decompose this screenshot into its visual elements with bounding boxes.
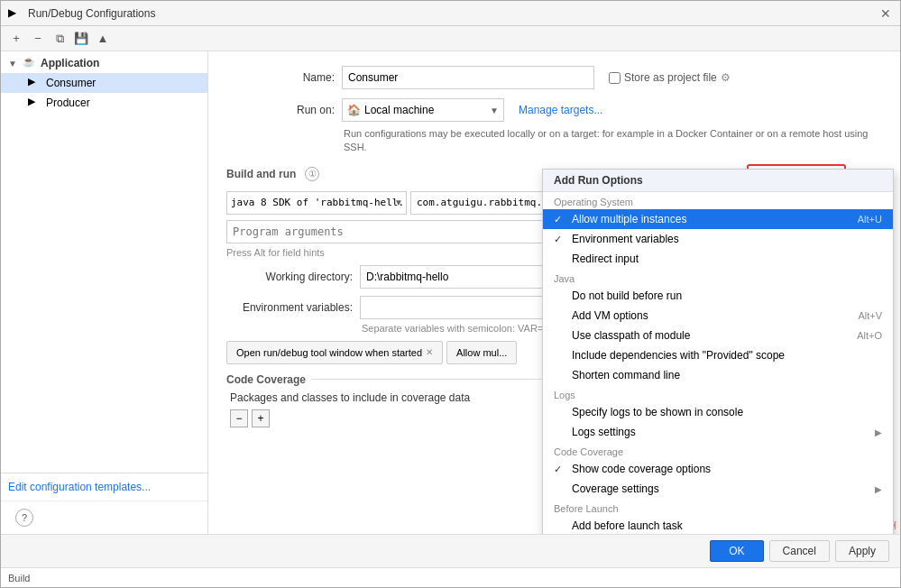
build-run-left: Build and run ① [226,167,319,181]
classpath-label: Use classpath of module [572,329,690,342]
bottom-buttons: OK Cancel Apply [710,540,889,562]
name-input[interactable] [342,66,594,89]
sdk-select-wrapper: java 8 SDK of 'rabbitmq-hell... ▼ [226,191,407,215]
check-icon-showcov: ✓ [554,464,568,475]
dropdown-section-before-launch: Before Launch [543,499,893,516]
dropdown-item-left-specify: Specify logs to be shown in console [554,406,743,418]
status-bar: Build [1,567,900,587]
include-deps-label: Include dependencies with "Provided" sco… [572,349,785,362]
dropdown-item-before-launch-task[interactable]: Add before launch task [543,516,893,534]
sidebar-section-application: ▼ ☕ Application ▶ Consumer ▶ Producer [1,51,207,115]
env-vars-dropdown-label: Environment variables [572,233,679,245]
ok-button[interactable]: OK [710,540,763,562]
show-coverage-label: Show code coverage options [572,463,711,475]
dropdown-item-add-vm[interactable]: Add VM options Alt+V [543,306,893,326]
dropdown-item-left-deps: Include dependencies with "Provided" sco… [554,349,785,362]
classpath-shortcut: Alt+O [857,330,882,341]
save-config-button[interactable]: 💾 [71,29,91,49]
hint-text: Run configurations may be executed local… [344,127,882,155]
add-vm-label: Add VM options [572,309,648,322]
store-label: Store as project file [624,71,717,84]
window-title: Run/Debug Configurations [28,7,155,20]
toolbar: + − ⧉ 💾 ▲ [1,26,900,51]
sidebar-item-application[interactable]: ▼ ☕ Application [1,53,207,73]
dropdown-item-allow-multiple[interactable]: ✓ Allow multiple instances Alt+U [543,209,893,229]
specify-logs-label: Specify logs to be shown in console [572,406,743,418]
circle-1-badge: ① [305,167,319,181]
title-bar-left: ▶ Run/Debug Configurations [8,6,155,21]
allow-multiple-shortcut: Alt+U [858,214,882,225]
dropdown-item-left-addvm: Add VM options [554,309,648,322]
help-button[interactable]: ? [15,509,33,527]
dropdown-item-no-build[interactable]: Do not build before run [543,286,893,306]
coverage-minus-button[interactable]: − [230,409,248,427]
run-on-label-text: Run on: [297,104,335,116]
store-checkbox[interactable] [609,72,621,84]
bottom-bar: OK Cancel Apply [1,534,900,567]
logs-settings-label: Logs settings [572,426,636,438]
check-icon-allow: ✓ [554,214,568,225]
dropdown-item-left-nobuild: Do not build before run [554,289,682,302]
cancel-button[interactable]: Cancel [769,540,830,562]
dropdown-item-coverage-settings[interactable]: Coverage settings ▶ [543,479,893,499]
dropdown-item-specify-logs[interactable]: Specify logs to be shown in console [543,402,893,422]
coverage-title-text: Code Coverage [226,373,306,386]
add-vm-shortcut: Alt+V [858,310,882,321]
x-icon: ✕ [426,347,433,357]
add-config-button[interactable]: + [6,29,26,49]
edit-templates-link[interactable]: Edit configuration templates... [8,481,151,493]
sidebar: ▼ ☕ Application ▶ Consumer ▶ Producer Ed… [1,51,208,534]
dropdown-item-left-env: ✓ Environment variables [554,233,679,245]
dropdown-section-logs: Logs [543,385,893,402]
open-tool-window-button[interactable]: Open run/debug tool window when started … [226,341,443,364]
dropdown-item-left-shorten: Shorten command line [554,369,680,381]
apply-button[interactable]: Apply [835,540,889,562]
open-tool-window-label: Open run/debug tool window when started [236,347,422,358]
dropdown-item-left-allow: ✓ Allow multiple instances [554,213,686,225]
run-on-label: Run on: [226,104,335,116]
dropdown-item-redirect[interactable]: Redirect input [543,249,893,269]
name-row: Name: Store as project file ⚙ [226,66,882,89]
logs-settings-arrow: ▶ [875,427,882,437]
move-up-button[interactable]: ▲ [93,29,113,49]
dropdown-item-logs-settings[interactable]: Logs settings ▶ [543,422,893,442]
application-icon: ☕ [23,56,37,70]
dropdown-item-classpath[interactable]: Use classpath of module Alt+O [543,326,893,345]
dropdown-item-env-vars[interactable]: ✓ Environment variables [543,229,893,249]
gear-icon: ⚙ [721,71,731,84]
dropdown-section-os: Operating System [543,192,893,209]
copy-config-button[interactable]: ⧉ [50,29,69,49]
remove-config-button[interactable]: − [28,29,48,49]
dropdown-item-left-showcov: ✓ Show code coverage options [554,463,711,475]
allow-multiple-button[interactable]: Allow mul... [446,341,517,364]
run-on-select[interactable]: Local machine [342,98,504,122]
dropdown-item-shorten[interactable]: Shorten command line [543,365,893,385]
dropdown-item-left-redirect: Redirect input [554,253,639,265]
close-button[interactable]: ✕ [878,6,893,21]
dropdown-item-include-deps[interactable]: Include dependencies with "Provided" sco… [543,345,893,365]
dropdown-item-left-covsettings: Coverage settings [554,482,659,495]
producer-label: Producer [46,96,90,109]
no-build-label: Do not build before run [572,289,682,302]
sidebar-item-producer[interactable]: ▶ Producer [1,93,207,113]
coverage-add-button[interactable]: + [252,409,270,427]
working-dir-label: Working directory: [226,271,353,283]
local-machine-icon: 🏠 [347,104,361,116]
coverage-settings-arrow: ▶ [875,484,882,494]
dropdown-item-show-coverage[interactable]: ✓ Show code coverage options [543,459,893,479]
dropdown-section-java: Java [543,269,893,286]
build-run-title: Build and run [226,168,296,180]
main-content: ▼ ☕ Application ▶ Consumer ▶ Producer Ed… [1,51,900,534]
store-checkbox-row: Store as project file ⚙ [609,71,731,84]
dropdown-item-left-classpath: Use classpath of module [554,329,690,342]
check-icon-env: ✓ [554,234,568,245]
sdk-select[interactable]: java 8 SDK of 'rabbitmq-hell... [226,191,407,215]
run-debug-config-window: ▶ Run/Debug Configurations ✕ + − ⧉ 💾 ▲ ▼… [0,0,901,588]
dropdown-item-left-bltask: Add before launch task [554,519,683,532]
dropdown-title: Add Run Options [543,170,893,192]
sidebar-item-consumer[interactable]: ▶ Consumer [1,73,207,93]
run-on-select-wrapper: 🏠 Local machine ▼ [342,98,504,122]
allow-multiple-label: Allow multiple instances [572,213,686,225]
manage-targets-link[interactable]: Manage targets... [519,104,602,116]
producer-icon: ▶ [28,96,42,110]
